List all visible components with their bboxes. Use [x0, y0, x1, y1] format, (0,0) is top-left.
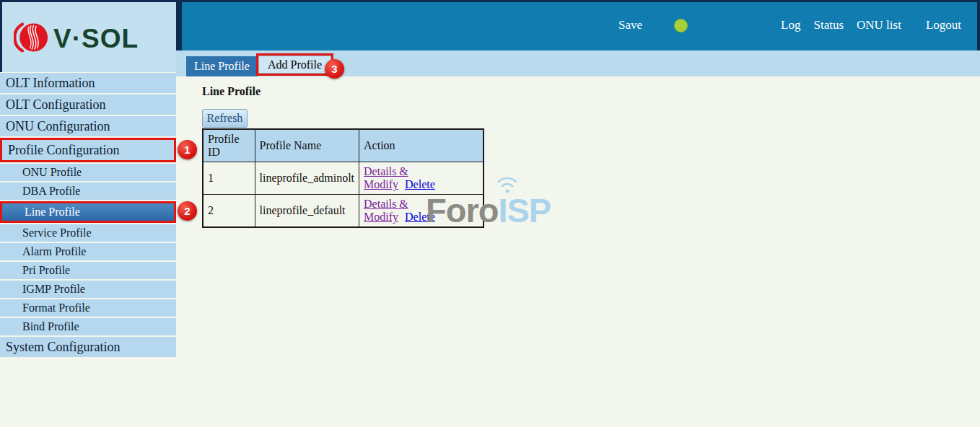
delete-link[interactable]: Delete [405, 178, 435, 190]
sidebar-item-bind-profile[interactable]: Bind Profile [0, 318, 176, 335]
cell-profile-name: lineprofile_default [255, 195, 359, 228]
sidebar-item-olt-information[interactable]: OLT Information [0, 73, 176, 93]
nav-logout-link[interactable]: Logout [926, 18, 961, 32]
cell-action: Details & ModifyDelete [359, 162, 484, 195]
table-header-row: Profile ID Profile Name Action [203, 129, 484, 162]
annotation-box-add-profile: Add Profile [256, 53, 333, 76]
sidebar-item-system-configuration[interactable]: System Configuration [0, 337, 176, 357]
column-header-action: Action [359, 129, 484, 162]
tab-add-profile[interactable]: Add Profile [258, 56, 331, 74]
annotation-badge-3: 3 [325, 59, 344, 79]
main-content: Line Profile Refresh Profile ID Profile … [176, 76, 980, 427]
watermark-text-blue: ISP [498, 191, 551, 229]
sidebar-item-profile-configuration[interactable]: Profile Configuration [0, 138, 176, 162]
nav-onu-list-link[interactable]: ONU list [857, 18, 901, 32]
logo-area: V·SOL [0, 2, 176, 72]
tab-line-profile[interactable]: Line Profile [186, 56, 258, 76]
olt-management-page: V·SOL Save Log Status ONU list Logout Li… [0, 0, 980, 427]
cell-profile-id: 1 [203, 162, 255, 195]
watermark-text-gray: Foro [426, 191, 498, 229]
vsol-logo-icon [14, 20, 48, 58]
status-indicator-dot [674, 19, 688, 32]
sidebar: OLT Information OLT Configuration ONU Co… [0, 73, 176, 358]
save-button[interactable]: Save [618, 18, 642, 32]
cell-profile-name: lineprofile_adminolt [255, 162, 359, 195]
sidebar-item-onu-configuration[interactable]: ONU Configuration [0, 116, 176, 136]
details-modify-link[interactable]: Details & Modify [364, 198, 408, 223]
column-header-profile-name: Profile Name [255, 129, 359, 162]
sidebar-item-line-profile[interactable]: Line Profile [0, 201, 176, 223]
sidebar-item-pri-profile[interactable]: Pri Profile [0, 262, 176, 279]
table-row: 1 lineprofile_adminolt Details & ModifyD… [203, 162, 484, 195]
sidebar-item-onu-profile[interactable]: ONU Profile [0, 164, 176, 181]
refresh-button[interactable]: Refresh [202, 109, 248, 128]
tab-bar: Line Profile Add Profile 3 [176, 50, 980, 76]
foroisp-watermark: Foro ISP [426, 190, 551, 230]
sidebar-item-igmp-profile[interactable]: IGMP Profile [0, 281, 176, 298]
header-bar: Save Log Status ONU list Logout [176, 2, 980, 50]
sidebar-item-format-profile[interactable]: Format Profile [0, 299, 176, 317]
header-nav: Log Status ONU list Logout [781, 18, 961, 32]
nav-log-link[interactable]: Log [781, 18, 800, 32]
sidebar-item-service-profile[interactable]: Service Profile [0, 224, 176, 242]
page-title: Line Profile [202, 85, 261, 98]
column-header-profile-id: Profile ID [203, 129, 255, 162]
cell-profile-id: 2 [203, 195, 255, 228]
antenna-signal-icon [496, 172, 528, 194]
sidebar-item-alarm-profile[interactable]: Alarm Profile [0, 243, 176, 260]
brand-name: V·SOL [53, 24, 139, 54]
details-modify-link[interactable]: Details & Modify [364, 165, 408, 190]
nav-status-link[interactable]: Status [813, 18, 844, 32]
sidebar-item-olt-configuration[interactable]: OLT Configuration [0, 94, 176, 115]
sidebar-item-dba-profile[interactable]: DBA Profile [0, 182, 176, 200]
